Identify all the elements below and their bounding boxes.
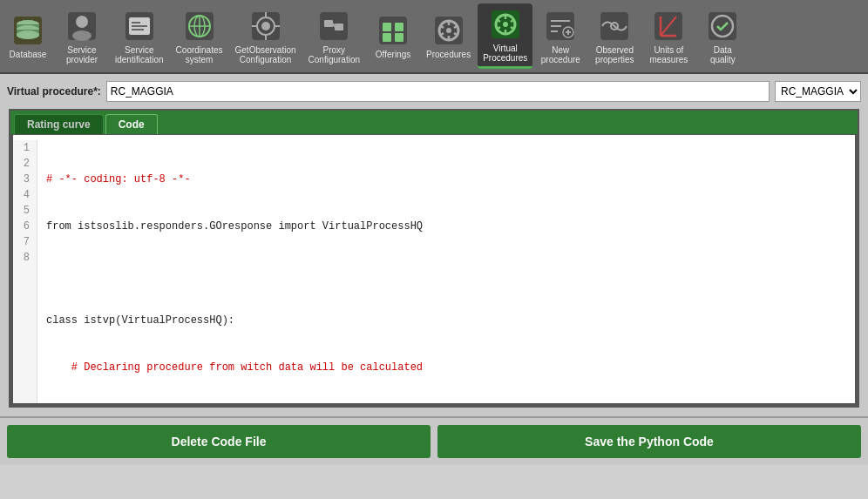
svg-point-5: [76, 16, 88, 28]
svg-rect-29: [383, 23, 391, 31]
svg-rect-26: [335, 24, 343, 30]
delete-code-button[interactable]: Delete Code File: [7, 425, 431, 458]
virtual-procedure-select[interactable]: RC_MAGGIA: [775, 81, 861, 102]
virtual-procedure-label: Virtual procedure*:: [7, 85, 101, 98]
code-editor[interactable]: 1 2 3 4 5 6 7 8 # -*- coding: utf-8 -*- …: [12, 134, 856, 404]
main-content: Virtual procedure*: RC_MAGGIA RC_MAGGIA …: [0, 74, 868, 416]
toolbar-label-coordinates: Coordinatessystem: [176, 45, 223, 64]
data-quality-icon: [705, 9, 740, 44]
toolbar-item-units[interactable]: Units ofmeasures: [642, 3, 695, 69]
svg-rect-31: [383, 33, 391, 42]
toolbar-label-procedures: Procedures: [426, 50, 471, 59]
toolbar-item-new-procedure[interactable]: Newprocedure: [534, 3, 587, 69]
toolbar-label-getobservation: GetObservationConfiguration: [235, 45, 296, 64]
virtual-procedure-row: Virtual procedure*: RC_MAGGIA RC_MAGGIA: [7, 81, 861, 102]
code-line-2: from istsoslib.responders.GOresponse imp…: [46, 219, 846, 234]
getobservation-icon: [248, 9, 283, 44]
toolbar-item-data-quality[interactable]: Dataquality: [696, 3, 749, 69]
toolbar-label-service-id: Serviceidentification: [115, 45, 164, 64]
procedures-icon: [431, 13, 466, 48]
toolbar: Database Serviceprovider Serviceidentifi…: [0, 0, 868, 74]
tab-rating-curve[interactable]: Rating curve: [14, 114, 104, 134]
toolbar-label-service-provider: Serviceprovider: [66, 45, 98, 64]
toolbar-item-database[interactable]: Database: [2, 3, 54, 69]
new-procedure-icon: [543, 9, 578, 44]
svg-rect-11: [132, 29, 144, 30]
svg-point-35: [446, 28, 451, 33]
toolbar-item-virtual-procedures[interactable]: VirtualProcedures: [478, 3, 532, 69]
line-numbers: 1 2 3 4 5 6 7 8: [13, 140, 37, 404]
toolbar-label-data-quality: Dataquality: [710, 45, 736, 64]
code-line-4: class istvp(VirtualProcessHQ):: [46, 313, 846, 328]
code-panel: Rating curve Code 1 2 3 4 5 6 7 8: [9, 109, 859, 408]
toolbar-item-offerings[interactable]: Offerings: [367, 3, 419, 69]
bottom-bar: Delete Code File Save the Python Code: [0, 416, 868, 465]
svg-point-6: [72, 30, 92, 41]
svg-rect-32: [395, 33, 403, 42]
coordinates-icon: [182, 9, 217, 44]
code-line-1: # -*- coding: utf-8 -*-: [46, 172, 846, 187]
tab-code[interactable]: Code: [105, 114, 158, 134]
code-display: 1 2 3 4 5 6 7 8 # -*- coding: utf-8 -*- …: [13, 135, 855, 404]
virtual-procedures-icon: [488, 7, 523, 42]
toolbar-item-coordinates[interactable]: Coordinatessystem: [171, 3, 228, 69]
toolbar-item-service-provider[interactable]: Serviceprovider: [56, 3, 108, 69]
code-line-5: # Declaring procedure from witch data wi…: [46, 360, 846, 375]
toolbar-item-observed-properties[interactable]: Observedproperties: [588, 3, 641, 69]
code-line-3: [46, 266, 846, 281]
toolbar-label-units: Units ofmeasures: [649, 45, 688, 64]
toolbar-item-proxy[interactable]: ProxyConfiguration: [303, 3, 365, 69]
toolbar-label-offerings: Offerings: [376, 50, 410, 59]
toolbar-label-virtual-procedures: VirtualProcedures: [483, 44, 527, 63]
offerings-icon: [376, 13, 410, 48]
tab-content: 1 2 3 4 5 6 7 8 # -*- coding: utf-8 -*- …: [10, 134, 858, 406]
svg-rect-25: [324, 20, 333, 27]
database-icon: [10, 13, 45, 48]
service-provider-icon: [64, 9, 99, 44]
tabs-bar: Rating curve Code: [10, 111, 858, 134]
svg-point-44: [503, 22, 508, 27]
svg-rect-30: [395, 23, 403, 31]
toolbar-label-database: Database: [10, 50, 47, 59]
svg-rect-9: [132, 22, 140, 24]
svg-point-19: [261, 22, 270, 30]
save-code-button[interactable]: Save the Python Code: [437, 425, 861, 458]
svg-point-3: [17, 30, 39, 39]
svg-rect-10: [132, 25, 147, 27]
proxy-icon: [316, 9, 351, 44]
units-icon: [651, 9, 686, 44]
toolbar-item-getobservation[interactable]: GetObservationConfiguration: [230, 3, 302, 69]
virtual-procedure-input[interactable]: RC_MAGGIA: [106, 81, 770, 102]
toolbar-label-proxy: ProxyConfiguration: [309, 45, 360, 64]
toolbar-label-new-procedure: Newprocedure: [541, 45, 580, 64]
service-id-icon: [122, 9, 157, 44]
toolbar-label-observed-properties: Observedproperties: [595, 45, 634, 64]
code-text: # -*- coding: utf-8 -*- from istsoslib.r…: [37, 140, 855, 404]
observed-properties-icon: [597, 9, 632, 44]
toolbar-item-service-identification[interactable]: Serviceidentification: [110, 3, 169, 69]
toolbar-item-procedures[interactable]: Procedures: [421, 3, 476, 69]
